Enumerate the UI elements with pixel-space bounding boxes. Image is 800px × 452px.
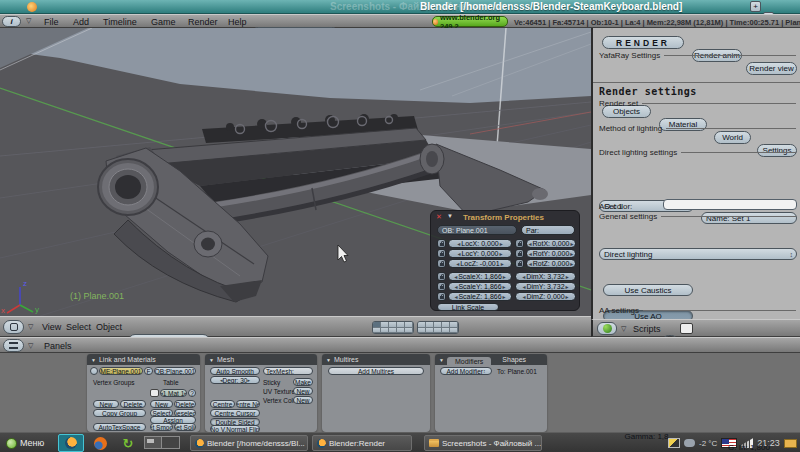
workspace-2[interactable] (162, 436, 180, 449)
auto-smooth-button[interactable]: Auto Smooth (210, 367, 260, 375)
panel-header[interactable]: ▼ Mesh (205, 354, 317, 365)
rotx-field[interactable]: ◂RotX: 0,000▸ (526, 239, 576, 248)
roty-field[interactable]: ◂RotY: 0,000▸ (526, 249, 576, 258)
lock-locy-icon[interactable] (437, 249, 446, 258)
lock-scalex-icon[interactable] (437, 272, 446, 281)
uv-new-button[interactable]: New (293, 387, 313, 395)
menu-render[interactable]: Render (188, 17, 218, 27)
lock-locz-icon[interactable] (437, 259, 446, 268)
weather-icon[interactable] (684, 439, 695, 447)
menu-timeline[interactable]: Timeline (103, 17, 137, 27)
material-index-field[interactable]: ◂1 Mat 1▸ (160, 389, 187, 397)
tab-shapes[interactable]: Shapes (494, 356, 534, 363)
degr-field[interactable]: ◂Degr: 30▸ (210, 376, 260, 384)
lock-locx-icon[interactable] (437, 239, 446, 248)
copy-group-button[interactable]: Copy Group (93, 409, 146, 417)
ob-name-field[interactable]: OB: Plane.001 (437, 225, 517, 235)
menu-view[interactable]: View (42, 322, 61, 332)
viewport-window-type-button[interactable] (3, 320, 24, 334)
collapse-icon[interactable]: ▼ (439, 357, 444, 363)
dimz-field[interactable]: ◂DimZ: 0,000▸ (515, 292, 576, 301)
centre-button[interactable]: Centre (210, 400, 235, 408)
window-keep-above-button[interactable]: + (750, 1, 761, 12)
vgroup-new-button[interactable]: New (93, 400, 119, 408)
menu-add[interactable]: Add (73, 17, 89, 27)
locy-field[interactable]: ◂LocY: 0,000▸ (448, 249, 512, 258)
lock-scalez-icon[interactable] (437, 292, 446, 301)
lock-scaley-icon[interactable] (437, 282, 446, 291)
launcher-firefox[interactable] (88, 434, 112, 452)
workspace-1[interactable] (144, 436, 162, 449)
scalez-field[interactable]: ◂ScaleZ: 1,866▸ (448, 292, 512, 301)
start-menu-button[interactable]: Меню (2, 435, 48, 451)
collapse-icon[interactable]: ▼ (91, 357, 96, 363)
collapse-icon[interactable]: ▼ (209, 357, 214, 363)
dimy-field[interactable]: ◂DimY: 3,732▸ (515, 282, 576, 291)
material-delete-button[interactable]: Delete (174, 400, 196, 408)
mail-icon[interactable] (784, 439, 797, 448)
object-name-field[interactable]: OB:Plane.001 (154, 367, 196, 375)
workspace-switcher[interactable] (144, 436, 180, 449)
lighting-method-dropdown[interactable]: Direct lighting↕ (599, 248, 797, 260)
set-solid-button[interactable]: Set Solid (174, 423, 196, 431)
mesh-browse-button[interactable] (90, 367, 98, 375)
panel-header[interactable]: ▼ Link and Materials (87, 354, 200, 365)
display-settings-icon[interactable] (668, 438, 680, 448)
ao-color-swatch[interactable] (663, 199, 797, 210)
texmesh-field[interactable]: TexMesh: (263, 367, 313, 375)
blender-version-button[interactable]: www.blender.org 249.2 (432, 16, 508, 27)
render-button[interactable]: RENDER (602, 36, 684, 49)
collapse-arrow-icon[interactable]: ▽ (26, 17, 31, 25)
menu-select[interactable]: Select (66, 322, 91, 332)
layer-buttons-group-1[interactable] (372, 321, 414, 334)
menu-game[interactable]: Game (151, 17, 176, 27)
collapse-icon[interactable]: ▼ (326, 357, 331, 363)
locz-field[interactable]: ◂LocZ: -0,001▸ (448, 259, 512, 268)
scalex-field[interactable]: ◂ScaleX: 1,866▸ (448, 272, 512, 281)
panel-header[interactable]: ▼ Modifiers Shapes (435, 354, 547, 365)
sticky-make-button[interactable]: Make (293, 378, 313, 386)
window-titlebar[interactable]: Screenshots - Файловый навигатор Blender… (0, 0, 800, 14)
panel-collapse-icon[interactable]: ▼ (447, 213, 453, 219)
scripts-collapse-icon[interactable]: ▽ (621, 325, 626, 333)
taskbar-item-blender-render[interactable]: Blender:Render (312, 435, 412, 451)
dimx-field[interactable]: ◂DimX: 3,732▸ (515, 272, 576, 281)
lock-roty-icon[interactable] (515, 249, 524, 258)
rotz-field[interactable]: ◂RotZ: 0,000▸ (526, 259, 576, 268)
material-color-swatch[interactable] (150, 389, 159, 397)
material-help-button[interactable]: ? (188, 389, 196, 397)
buttons-collapse-icon[interactable]: ▽ (28, 342, 33, 350)
launcher-blender[interactable] (58, 434, 84, 452)
transform-properties-panel[interactable]: ✕ ▼ Transform Properties OB: Plane.001 P… (430, 210, 580, 311)
use-caustics-button[interactable]: Use Caustics (603, 284, 693, 296)
taskbar-item-screenshots[interactable]: Screenshots - Файловый ... (424, 435, 542, 451)
launcher-refresh[interactable]: ↻ (116, 434, 140, 452)
taskbar-item-blender[interactable]: Blender [/home/densss/Bl... (190, 435, 308, 451)
menu-help[interactable]: Help (228, 17, 247, 27)
centre-new-button[interactable]: Centre New (236, 400, 260, 408)
set-smooth-button[interactable]: Set Smooth (150, 423, 173, 431)
autotexspace-button[interactable]: AutoTexSpace (93, 423, 146, 431)
layer-buttons-group-2[interactable] (417, 321, 459, 334)
buttons-window-type-button[interactable] (3, 339, 24, 352)
panel-header[interactable]: ▼ Multires (322, 354, 430, 365)
lock-rotz-icon[interactable] (515, 259, 524, 268)
panel-close-icon[interactable]: ✕ (436, 213, 442, 221)
centre-cursor-button[interactable]: Centre Cursor (210, 409, 260, 417)
menu-file[interactable]: File (44, 17, 59, 27)
header-collapse-icon[interactable]: ▽ (28, 323, 33, 331)
info-window-type-button[interactable]: i (2, 16, 21, 27)
scaley-field[interactable]: ◂ScaleY: 1,866▸ (448, 282, 512, 291)
vertex-color-new-button[interactable]: New (293, 396, 313, 404)
scripts-new-button[interactable] (680, 323, 693, 334)
parent-field[interactable]: Par: (521, 225, 575, 235)
vgroup-delete-button[interactable]: Delete (120, 400, 146, 408)
material-new-button[interactable]: New (150, 400, 173, 408)
locx-field[interactable]: ◂LocX: 0,000▸ (448, 239, 512, 248)
menu-object[interactable]: Object (96, 322, 122, 332)
viewport-3d[interactable]: z x y (1) Plane.001 ✕ ▼ Transform Proper… (0, 28, 591, 316)
render-view-button[interactable]: Render view (746, 62, 797, 75)
scripts-window-type-button[interactable] (597, 322, 617, 335)
lock-rotx-icon[interactable] (515, 239, 524, 248)
tab-modifiers[interactable]: Modifiers (447, 357, 491, 366)
